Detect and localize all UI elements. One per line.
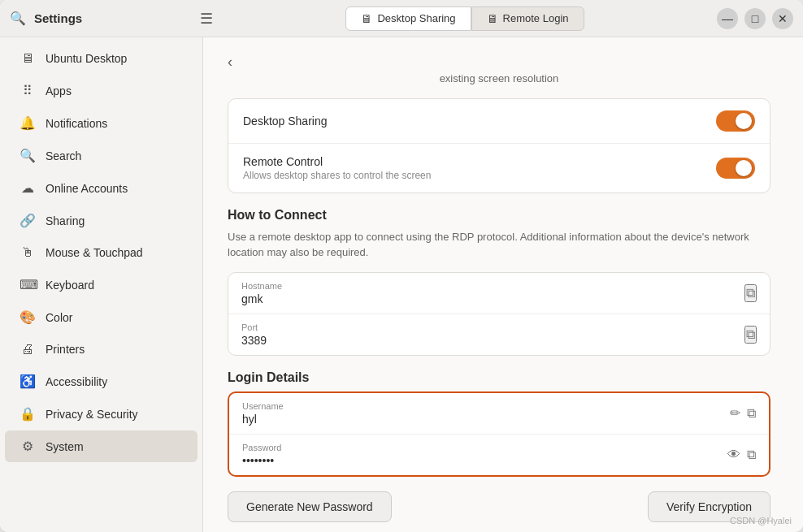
- remote-login-icon: 🖥: [487, 12, 498, 25]
- maximize-button[interactable]: □: [744, 8, 766, 29]
- how-to-connect-desc: Use a remote desktop app to connect usin…: [228, 229, 770, 261]
- titlebar: 🔍 Settings ☰ 🖥 Desktop Sharing 🖥 Remote …: [0, 0, 803, 37]
- sidebar-item-accessibility[interactable]: ♿ Accessibility: [5, 365, 197, 397]
- app-title: Settings: [34, 11, 82, 25]
- remote-control-label: Remote Control: [243, 155, 431, 168]
- username-value: hyl: [242, 413, 730, 426]
- sidebar-item-printers[interactable]: 🖨 Printers: [5, 334, 197, 365]
- tab-desktop-sharing[interactable]: 🖥 Desktop Sharing: [345, 6, 471, 31]
- remote-control-toggle[interactable]: [716, 158, 755, 179]
- sidebar-item-keyboard[interactable]: ⌨ Keyboard: [5, 269, 197, 301]
- sidebar-item-privacy-security[interactable]: 🔒 Privacy & Security: [5, 398, 197, 430]
- sharing-toggles-card: Desktop Sharing Remote Control Allows de…: [228, 98, 770, 193]
- show-password-button[interactable]: 👁: [727, 448, 740, 462]
- titlebar-left: 🔍 Settings ☰: [10, 10, 213, 28]
- watermark: CSDN @Hyalei: [730, 516, 792, 526]
- copy-port-button[interactable]: ⧉: [744, 326, 757, 344]
- desktop-sharing-toggle[interactable]: [716, 110, 755, 132]
- tab-remote-login[interactable]: 🖥 Remote Login: [471, 6, 584, 31]
- notifications-icon: 🔔: [20, 115, 36, 131]
- tab-bar: 🖥 Desktop Sharing 🖥 Remote Login: [213, 6, 717, 31]
- hostname-label: Hostname: [241, 281, 282, 291]
- login-details-title: Login Details: [228, 370, 770, 385]
- edit-username-button[interactable]: ✏: [730, 405, 740, 421]
- accessibility-icon: ♿: [20, 374, 36, 389]
- keyboard-icon: ⌨: [20, 277, 36, 292]
- copy-password-button[interactable]: ⧉: [747, 448, 756, 462]
- window-controls: — □ ✕: [717, 8, 793, 29]
- system-icon: ⚙: [20, 439, 36, 454]
- search-icon[interactable]: 🔍: [10, 11, 26, 26]
- minimize-button[interactable]: —: [717, 8, 738, 29]
- desktop-sharing-icon: 🖥: [361, 12, 372, 25]
- ubuntu-desktop-icon: 🖥: [20, 51, 36, 66]
- sidebar-item-color[interactable]: 🎨 Color: [5, 301, 197, 333]
- intro-text: existing screen resolution: [228, 71, 770, 87]
- sidebar-item-ubuntu-desktop[interactable]: 🖥 Ubuntu Desktop: [5, 43, 197, 74]
- close-button[interactable]: ✕: [772, 8, 793, 29]
- sidebar-item-online-accounts[interactable]: ☁ Online Accounts: [5, 172, 197, 204]
- bottom-buttons: Generate New Password Verify Encryption: [228, 491, 770, 522]
- sidebar-item-apps[interactable]: ⠿ Apps: [5, 75, 197, 106]
- port-label: Port: [241, 322, 267, 332]
- hostname-row: Hostname gmk ⧉: [228, 273, 770, 314]
- hostname-value: gmk: [241, 292, 282, 305]
- color-icon: 🎨: [20, 309, 36, 325]
- privacy-security-icon: 🔒: [20, 406, 36, 422]
- how-to-connect-title: How to Connect: [228, 208, 770, 223]
- sidebar-item-notifications[interactable]: 🔔 Notifications: [5, 107, 197, 139]
- main-layout: 🖥 Ubuntu Desktop ⠿ Apps 🔔 Notifications …: [0, 37, 803, 532]
- login-details-card: Username hyl ✏ ⧉ Password •••••••• 👁: [228, 391, 770, 477]
- sidebar-item-sharing[interactable]: 🔗 Sharing: [5, 205, 197, 236]
- menu-icon[interactable]: ☰: [200, 10, 213, 28]
- printers-icon: 🖨: [20, 342, 36, 357]
- sidebar-item-mouse-touchpad[interactable]: 🖱 Mouse & Touchpad: [5, 237, 197, 268]
- password-label: Password: [242, 443, 727, 452]
- username-row: Username hyl ✏ ⧉: [229, 393, 769, 435]
- sidebar: 🖥 Ubuntu Desktop ⠿ Apps 🔔 Notifications …: [0, 37, 203, 532]
- copy-hostname-button[interactable]: ⧉: [744, 284, 757, 302]
- mouse-touchpad-icon: 🖱: [20, 245, 36, 260]
- desktop-sharing-row: Desktop Sharing: [228, 99, 770, 144]
- online-accounts-icon: ☁: [20, 180, 36, 196]
- sidebar-item-search[interactable]: 🔍 Search: [5, 140, 197, 171]
- back-button[interactable]: ‹: [228, 54, 232, 71]
- desktop-sharing-label: Desktop Sharing: [243, 115, 328, 128]
- port-row: Port 3389 ⧉: [228, 314, 770, 355]
- connection-info-card: Hostname gmk ⧉ Port 3389 ⧉: [228, 272, 770, 356]
- copy-username-button[interactable]: ⧉: [747, 406, 756, 421]
- password-value: ••••••••: [242, 454, 727, 467]
- content-area: ‹ existing screen resolution Desktop Sha…: [203, 37, 803, 532]
- apps-icon: ⠿: [20, 83, 36, 98]
- generate-password-button[interactable]: Generate New Password: [228, 491, 392, 522]
- search-sidebar-icon: 🔍: [20, 148, 36, 163]
- sidebar-item-system[interactable]: ⚙ System: [5, 430, 197, 462]
- sharing-icon: 🔗: [20, 213, 36, 228]
- port-value: 3389: [241, 334, 267, 347]
- username-label: Username: [242, 401, 730, 411]
- password-row: Password •••••••• 👁 ⧉: [229, 435, 769, 475]
- remote-control-row: Remote Control Allows desktop shares to …: [228, 144, 770, 192]
- remote-control-desc: Allows desktop shares to control the scr…: [243, 170, 431, 181]
